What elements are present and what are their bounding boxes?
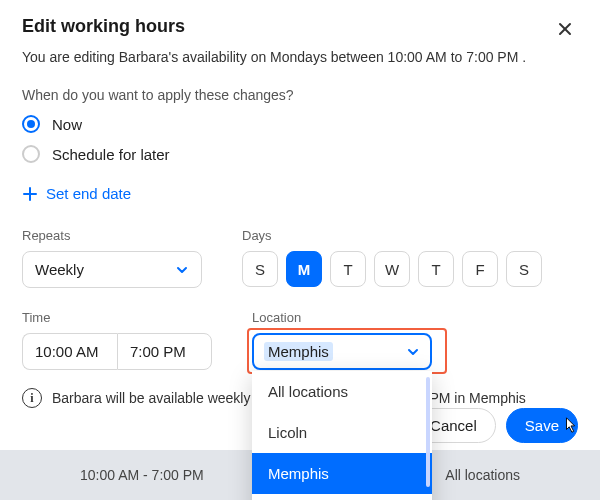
- location-option[interactable]: Memphis: [252, 453, 432, 494]
- location-value: Memphis: [264, 342, 333, 361]
- day-toggle-0[interactable]: S: [242, 251, 278, 287]
- location-option[interactable]: Licoln: [252, 412, 432, 453]
- location-option[interactable]: All locations: [252, 371, 432, 412]
- info-text-before: Barbara will be available weekly: [52, 390, 250, 406]
- radio-schedule-indicator: [22, 145, 40, 163]
- repeats-select[interactable]: Weekly: [22, 251, 202, 288]
- scrollbar-thumb[interactable]: [426, 377, 430, 487]
- radio-now[interactable]: Now: [22, 115, 578, 133]
- location-label: Location: [252, 310, 432, 325]
- day-toggle-1[interactable]: M: [286, 251, 322, 287]
- modal-title: Edit working hours: [22, 16, 185, 37]
- set-end-date-label: Set end date: [46, 185, 131, 202]
- radio-schedule[interactable]: Schedule for later: [22, 145, 578, 163]
- save-button[interactable]: Save: [506, 408, 578, 443]
- day-toggle-4[interactable]: T: [418, 251, 454, 287]
- apply-prompt: When do you want to apply these changes?: [22, 87, 578, 103]
- close-button[interactable]: [552, 16, 578, 45]
- radio-schedule-label: Schedule for later: [52, 146, 170, 163]
- chevron-down-icon: [175, 263, 189, 277]
- location-select[interactable]: Memphis: [252, 333, 432, 370]
- radio-now-indicator: [22, 115, 40, 133]
- time-label: Time: [22, 310, 212, 325]
- set-end-date-button[interactable]: Set end date: [22, 181, 131, 206]
- repeats-label: Repeats: [22, 228, 202, 243]
- footer-scope: All locations: [445, 467, 520, 483]
- location-option[interactable]: Wilson: [252, 494, 432, 500]
- plus-icon: [22, 186, 38, 202]
- footer-time-range: 10:00 AM - 7:00 PM: [80, 467, 204, 483]
- day-toggle-2[interactable]: T: [330, 251, 366, 287]
- days-label: Days: [242, 228, 542, 243]
- location-dropdown: All locationsLicolnMemphisWilson: [252, 371, 432, 500]
- radio-now-label: Now: [52, 116, 82, 133]
- chevron-down-icon: [406, 345, 420, 359]
- day-toggle-6[interactable]: S: [506, 251, 542, 287]
- time-start-input[interactable]: 10:00 AM: [22, 333, 117, 370]
- modal-subtitle: You are editing Barbara's availability o…: [22, 49, 578, 65]
- info-icon: i: [22, 388, 42, 408]
- day-toggle-5[interactable]: F: [462, 251, 498, 287]
- days-group: SMTWTFS: [242, 251, 542, 287]
- close-icon: [556, 20, 574, 38]
- repeats-value: Weekly: [35, 261, 84, 278]
- time-end-input[interactable]: 7:00 PM: [117, 333, 212, 370]
- day-toggle-3[interactable]: W: [374, 251, 410, 287]
